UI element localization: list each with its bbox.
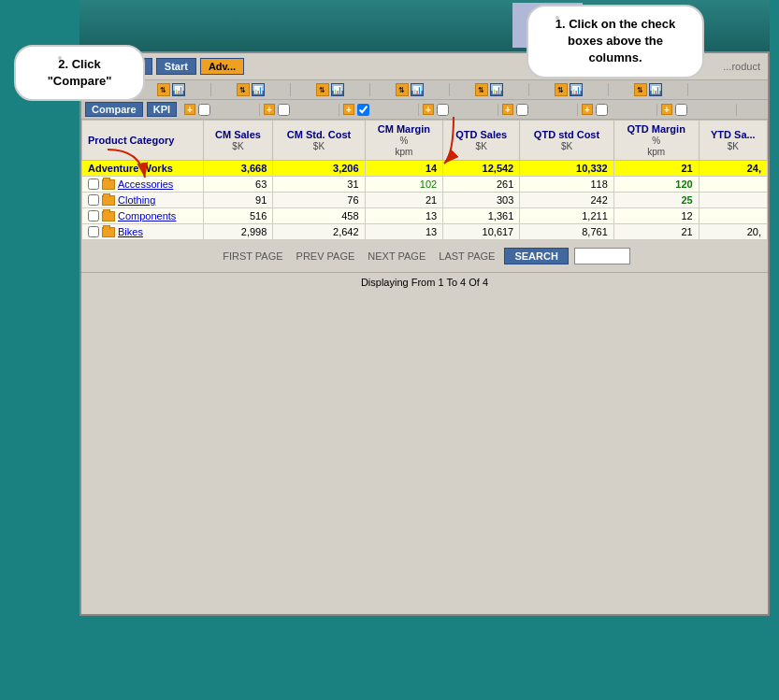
- chart-icon-3[interactable]: 📊: [331, 83, 344, 96]
- total-cm-sales: 3,668: [203, 161, 273, 177]
- col-kpm-cm-margin: kpm: [395, 147, 412, 157]
- col-sub-qtd-std-cost: $K: [561, 141, 572, 151]
- row-cat-name-2[interactable]: Components: [118, 210, 176, 221]
- row-qtd-std-cost-2: 1,211: [520, 208, 614, 224]
- table-row: Accessories 63 31 102 261 118 120: [82, 177, 768, 193]
- row-check-2[interactable]: [88, 210, 99, 221]
- main-panel: ← BACK Start Adv... ...roduct Reset ⇅ 📊 …: [79, 51, 770, 616]
- col-sub-cm-sales: $K: [232, 141, 243, 151]
- row-qtd-std-cost-3: 8,761: [520, 224, 614, 240]
- folder-icon-3: [102, 227, 115, 237]
- row-cm-std-cost-2: 458: [273, 208, 365, 224]
- status-bar: Displaying From 1 To 4 Of 4: [81, 272, 768, 292]
- col-label-qtd-margin: QTD Margin: [628, 123, 685, 135]
- row-cm-margin-0: 102: [365, 177, 443, 193]
- row-cm-sales-2: 516: [203, 208, 273, 224]
- col-label-qtd-std-cost: QTD std Cost: [534, 129, 599, 140]
- sort-icon-6[interactable]: ⇅: [555, 83, 568, 96]
- controls-row-checks: Compare KPI + + + + +: [81, 100, 768, 120]
- check-cell-7: +: [657, 104, 737, 116]
- col-checkbox-7[interactable]: [675, 104, 687, 116]
- pagination-bar: FIRST PAGE PREV PAGE NEXT PAGE LAST PAGE…: [81, 240, 768, 272]
- chart-icon-7[interactable]: 📊: [649, 83, 662, 96]
- row-check-3[interactable]: [88, 226, 99, 237]
- callout-compare-text: 2. Click "Compare": [48, 57, 112, 88]
- row-qtd-sales-3: 10,617: [443, 224, 520, 240]
- chart-icon-6[interactable]: 📊: [570, 83, 583, 96]
- sort-icon-4[interactable]: ⇅: [396, 83, 409, 96]
- product-label: ...roduct: [723, 61, 760, 72]
- compare-button[interactable]: Compare: [85, 102, 143, 117]
- row-cat-name-1[interactable]: Clothing: [118, 194, 155, 206]
- plus-icon-3[interactable]: +: [343, 104, 354, 115]
- chart-icon-1[interactable]: 📊: [172, 83, 185, 96]
- col-checkbox-1[interactable]: [198, 104, 210, 116]
- total-qtd-std-cost: 10,332: [520, 161, 614, 177]
- row-cm-margin-1: 21: [365, 193, 443, 208]
- prev-page-button[interactable]: PREV PAGE: [293, 249, 359, 264]
- row-link-3[interactable]: Bikes: [88, 226, 197, 237]
- col-checkbox-5[interactable]: [516, 104, 528, 116]
- row-ytd-sales-0: [699, 177, 767, 193]
- row-cm-sales-3: 2,998: [203, 224, 273, 240]
- row-cm-sales-0: 63: [203, 177, 273, 193]
- col-header-ytd-sales[interactable]: YTD Sa... $K: [699, 121, 767, 161]
- col-icon-qtd-sales: ⇅ 📊: [370, 83, 450, 96]
- col-header-cm-sales[interactable]: CM Sales $K: [203, 121, 273, 161]
- sort-icon-7[interactable]: ⇅: [634, 83, 647, 96]
- col-sub-qtd-margin: %: [652, 136, 660, 146]
- col-header-cm-std-cost[interactable]: CM Std. Cost $K: [273, 121, 365, 161]
- chart-icon-4[interactable]: 📊: [411, 83, 424, 96]
- row-cm-std-cost-0: 31: [273, 177, 365, 193]
- row-category-2: Components: [82, 208, 204, 224]
- col-checkbox-3[interactable]: [357, 104, 369, 116]
- col-icon-qtd-margin: ⇅ 📊: [529, 83, 609, 96]
- last-page-button[interactable]: LAST PAGE: [435, 249, 498, 264]
- table-row: Bikes 2,998 2,642 13 10,617 8,761 21 20,: [82, 224, 768, 240]
- plus-icon-7[interactable]: +: [661, 104, 672, 115]
- start-button[interactable]: Start: [156, 58, 196, 75]
- sort-icon-3[interactable]: ⇅: [316, 83, 329, 96]
- data-table: Product Category CM Sales $K CM Std. Cos…: [81, 120, 768, 240]
- row-check-1[interactable]: [88, 194, 99, 206]
- status-text: Displaying From 1 To 4 Of 4: [361, 277, 488, 288]
- plus-icon-1[interactable]: +: [184, 104, 195, 115]
- chart-icon-2[interactable]: 📊: [252, 83, 265, 96]
- col-header-qtd-margin[interactable]: QTD Margin % kpm: [613, 121, 699, 161]
- first-page-button[interactable]: FIRST PAGE: [219, 249, 286, 264]
- col-checkbox-2[interactable]: [278, 104, 290, 116]
- col-sub-cm-margin: %: [399, 136, 408, 146]
- row-check-0[interactable]: [88, 179, 99, 190]
- row-link-1[interactable]: Clothing: [88, 194, 197, 206]
- row-link-2[interactable]: Components: [88, 210, 197, 221]
- kpi-button[interactable]: KPI: [147, 102, 177, 117]
- col-checkbox-6[interactable]: [596, 104, 608, 116]
- table-row: Clothing 91 76 21 303 242 25: [82, 193, 768, 208]
- col-header-qtd-std-cost[interactable]: QTD std Cost $K: [520, 121, 614, 161]
- total-row: Adventure Works 3,668 3,206 14 12,542 10…: [82, 161, 768, 177]
- row-qtd-margin-2: 12: [613, 208, 699, 224]
- plus-icon-6[interactable]: +: [582, 104, 593, 115]
- sort-icon-2[interactable]: ⇅: [237, 83, 250, 96]
- col-label-cm-sales: CM Sales: [215, 129, 261, 140]
- row-category-3: Bikes: [82, 224, 204, 240]
- check-cell-3: +: [339, 104, 419, 116]
- search-button[interactable]: SEARCH: [504, 248, 568, 264]
- arrow-to-checkboxes: [430, 112, 477, 173]
- adv-button[interactable]: Adv...: [200, 58, 244, 75]
- check-cell-1: +: [180, 104, 260, 116]
- sort-icon-1[interactable]: ⇅: [157, 83, 170, 96]
- check-cell-5: +: [498, 104, 578, 116]
- search-input[interactable]: [574, 248, 630, 264]
- plus-icon-2[interactable]: +: [264, 104, 275, 115]
- sort-icon-5[interactable]: ⇅: [475, 83, 488, 96]
- plus-icon-5[interactable]: +: [502, 104, 513, 115]
- row-qtd-sales-2: 1,361: [443, 208, 520, 224]
- next-page-button[interactable]: NEXT PAGE: [364, 249, 429, 264]
- chart-icon-5[interactable]: 📊: [490, 83, 503, 96]
- col-sub-cm-std-cost: $K: [313, 141, 325, 151]
- row-qtd-sales-0: 261: [443, 177, 520, 193]
- col-sub-ytd-sales: $K: [728, 141, 739, 151]
- row-cat-name-3[interactable]: Bikes: [118, 226, 143, 237]
- row-qtd-std-cost-0: 118: [520, 177, 614, 193]
